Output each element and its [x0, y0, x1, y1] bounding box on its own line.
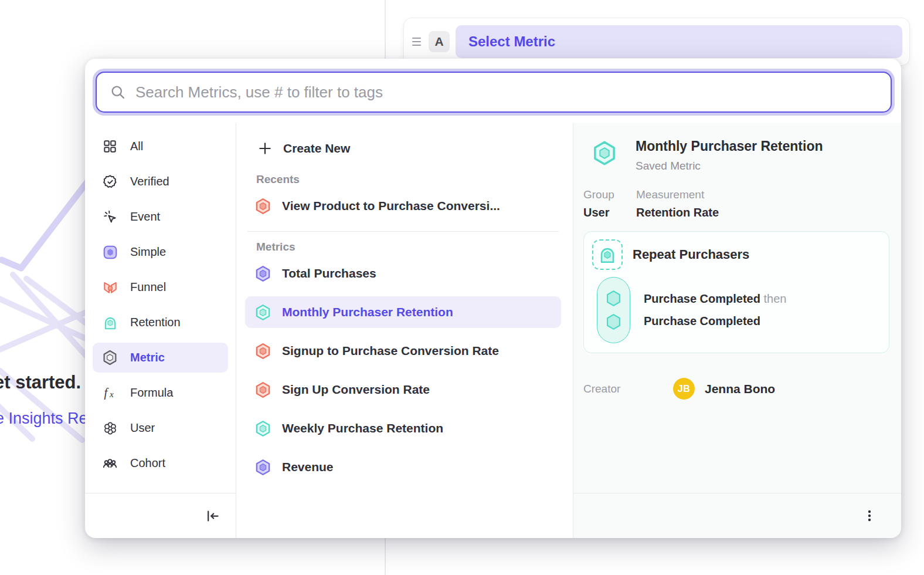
collapse-left-icon: [205, 508, 220, 524]
step-hexagon-icon: [604, 289, 623, 308]
detail-footer: [573, 493, 901, 538]
more-options-button[interactable]: [862, 509, 877, 523]
sidebar-item-funnel[interactable]: Funnel: [93, 272, 228, 302]
retention-steps-capsule: [597, 277, 630, 343]
sidebar-item-simple[interactable]: Simple: [93, 237, 228, 267]
detail-subtitle: Saved Metric: [636, 160, 823, 172]
creator-avatar: JB: [673, 378, 695, 400]
drag-handle-icon[interactable]: [410, 38, 423, 46]
simple-metric-icon: [102, 244, 118, 260]
recents-header: Recents: [245, 173, 561, 186]
sidebar-item-retention[interactable]: Retention: [93, 307, 228, 337]
create-new-button[interactable]: Create New: [245, 133, 561, 164]
simple-metric-icon: [254, 265, 271, 282]
collapse-sidebar-button[interactable]: [205, 508, 220, 524]
plus-icon: [256, 140, 273, 157]
metric-row-label: Revenue: [282, 460, 334, 474]
simple-metric-icon: [254, 459, 271, 476]
sidebar-item-formula[interactable]: f x Formula: [93, 378, 228, 408]
sidebar-item-all[interactable]: All: [93, 131, 228, 161]
grid-icon: [102, 138, 118, 154]
metric-row-label: Signup to Purchase Conversion Rate: [282, 344, 499, 358]
step2-event: Purchase Completed: [644, 314, 760, 327]
sidebar-item-label: All: [130, 140, 143, 153]
sidebar-item-label: Simple: [130, 245, 166, 259]
retention-metric-icon-large: [592, 140, 617, 166]
recent-metric-row[interactable]: View Product to Purchase Conversi...: [245, 190, 561, 222]
list-divider: [247, 231, 559, 232]
retention-definition-icon: [592, 239, 623, 270]
search-area: [85, 59, 901, 123]
funnel-metric-icon: [254, 381, 271, 398]
creator-label: Creator: [583, 383, 673, 395]
background-insights-link-fragment[interactable]: e Insights Re: [0, 410, 88, 428]
sidebar-item-label: Event: [130, 210, 160, 224]
step1-event: Purchase Completed: [644, 292, 760, 305]
metrics-header: Metrics: [245, 241, 561, 253]
sidebar-item-label: Retention: [130, 316, 181, 329]
svg-text:f: f: [104, 386, 108, 400]
sidebar-item-verified[interactable]: Verified: [93, 167, 228, 197]
select-metric-label: Select Metric: [468, 33, 555, 50]
user-flower-icon: [102, 420, 118, 436]
metric-row-total-purchases[interactable]: Total Purchases: [245, 258, 561, 289]
then-label: then: [764, 292, 787, 305]
sidebar-item-user[interactable]: User: [93, 413, 228, 443]
type-filter-sidebar: All Verified: [85, 123, 236, 538]
funnel-type-icon: [102, 279, 118, 295]
metric-detail-panel: Monthly Purchaser Retention Saved Metric…: [573, 123, 901, 538]
kebab-menu-icon: [862, 509, 877, 523]
funnel-metric-icon: [254, 198, 271, 215]
metric-row-monthly-purchaser-retention[interactable]: Monthly Purchaser Retention: [245, 296, 561, 328]
create-new-label: Create New: [283, 141, 350, 155]
metric-row-label: Weekly Purchase Retention: [282, 421, 443, 435]
group-label: Group: [583, 188, 636, 201]
metric-row-weekly-purchase-retention[interactable]: Weekly Purchase Retention: [245, 412, 561, 444]
search-input[interactable]: [135, 83, 878, 102]
event-cursor-icon: [102, 209, 118, 225]
retention-type-icon: [102, 314, 118, 330]
measurement-value: Retention Rate: [636, 206, 719, 219]
sidebar-item-cohort[interactable]: Cohort: [93, 448, 228, 478]
sidebar-item-label: Formula: [130, 386, 173, 400]
measurement-label: Measurement: [636, 188, 719, 201]
creator-name: Jenna Bono: [705, 382, 775, 396]
sidebar-item-label: Metric: [130, 351, 165, 364]
block-letter-badge: A: [429, 31, 450, 52]
metric-row-signup-to-purchase-conversion-rate[interactable]: Signup to Purchase Conversion Rate: [245, 335, 561, 367]
sidebar-item-label: Funnel: [130, 280, 166, 294]
dialog-content: All Verified: [85, 123, 901, 538]
formula-fx-icon: f x: [102, 385, 118, 401]
search-icon: [110, 84, 126, 100]
metric-type-icon: [102, 350, 118, 366]
background-heading-fragment: et started.: [0, 372, 81, 393]
funnel-metric-icon: [254, 343, 271, 360]
sidebar-footer: [85, 493, 236, 538]
sidebar-item-label: Cohort: [130, 456, 165, 470]
svg-text:x: x: [109, 389, 114, 399]
step-hexagon-icon: [604, 312, 623, 332]
sidebar-item-label: User: [130, 421, 155, 435]
retention-metric-icon: [254, 420, 271, 437]
recent-metric-label: View Product to Purchase Conversi...: [282, 199, 500, 213]
detail-title: Monthly Purchaser Retention: [636, 138, 823, 154]
metric-row-label: Total Purchases: [282, 266, 376, 280]
search-box[interactable]: [96, 72, 892, 113]
metric-row-label: Sign Up Conversion Rate: [282, 383, 430, 397]
metrics-list-panel: Create New Recents View Product to Purch…: [236, 123, 573, 538]
metric-picker-dialog: All Verified: [85, 59, 901, 538]
sidebar-item-event[interactable]: Event: [93, 202, 228, 232]
metric-definition-card: Repeat Purchasers Purchase Completed the…: [583, 231, 889, 353]
sidebar-item-label: Verified: [130, 175, 169, 188]
definition-name: Repeat Purchasers: [633, 247, 749, 262]
retention-metric-icon: [254, 304, 271, 321]
group-value: User: [583, 206, 636, 219]
cohort-people-icon: [102, 455, 118, 471]
metric-row-sign-up-conversion-rate[interactable]: Sign Up Conversion Rate: [245, 374, 561, 405]
select-metric-button[interactable]: Select Metric: [456, 25, 902, 58]
sidebar-item-metric[interactable]: Metric: [93, 343, 228, 373]
verified-badge-icon: [102, 174, 118, 190]
metric-row-revenue[interactable]: Revenue: [245, 451, 561, 483]
metric-row-label: Monthly Purchaser Retention: [282, 305, 453, 319]
